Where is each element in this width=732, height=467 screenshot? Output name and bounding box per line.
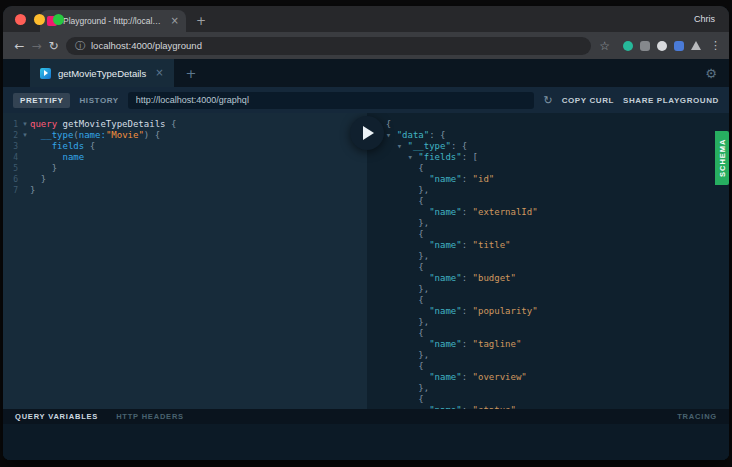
code-line: "name": "overview" [375, 372, 729, 383]
fold-gutter [20, 174, 30, 185]
code-line: "name": "externalId" [375, 207, 729, 218]
code-line: "name": "id" [375, 174, 729, 185]
extension-icon-1[interactable] [623, 41, 633, 51]
browser-window: Playground - http://localhost × + Chris … [3, 6, 729, 460]
code-line: 6 } [3, 174, 367, 185]
refresh-schema-icon[interactable]: ↻ [543, 95, 552, 106]
code-line: "name": "tagline" [375, 339, 729, 350]
endpoint-input[interactable] [128, 92, 535, 109]
line-number: 1 [3, 119, 18, 130]
code-line: }, [375, 350, 729, 361]
browser-menu-icon[interactable]: ⋮ [710, 40, 721, 51]
extension-icon-3[interactable] [657, 41, 667, 51]
fold-gutter [20, 185, 30, 196]
play-icon [363, 126, 374, 140]
code-line: 5 } [3, 163, 367, 174]
schema-side-tab[interactable]: SCHEMA [715, 131, 729, 185]
code-line: }, [375, 284, 729, 295]
extension-icon-5[interactable] [691, 41, 701, 50]
browser-tab-title: Playground - http://localhost [63, 16, 165, 26]
code-line: { [375, 295, 729, 306]
url-text: localhost:4000/playground [91, 40, 202, 51]
line-number: 6 [3, 174, 18, 185]
fold-gutter [20, 141, 30, 152]
code-line: { [375, 328, 729, 339]
extension-icon-2[interactable] [640, 41, 650, 51]
playground-tab-close-icon[interactable]: × [155, 68, 163, 78]
code-line: "name": "budget" [375, 273, 729, 284]
settings-gear-icon[interactable]: ⚙ [705, 59, 729, 87]
copy-curl-button[interactable]: COPY CURL [562, 96, 614, 105]
back-icon[interactable]: ← [11, 40, 28, 52]
tracing-tab[interactable]: TRACING [677, 412, 717, 421]
fold-gutter [20, 163, 30, 174]
playground-new-tab-button[interactable]: + [174, 59, 209, 87]
playground-bottombar: QUERY VARIABLES HTTP HEADERS TRACING [3, 409, 729, 424]
close-window-button[interactable] [15, 14, 26, 25]
code-line: { [375, 394, 729, 405]
code-line: ▾ "__type": { [375, 141, 729, 152]
code-line: }, [375, 383, 729, 394]
code-line: 7 } [3, 185, 367, 196]
bookmark-star-icon[interactable]: ☆ [599, 40, 610, 52]
code-line: ▾ "fields": [ [375, 152, 729, 163]
line-number: 2 [3, 130, 18, 141]
query-editor-pane[interactable]: 1▾query getMovieTypeDetails {2▾ __type(n… [3, 113, 367, 409]
playground-tab[interactable]: getMovieTypeDetails × [30, 59, 174, 87]
share-playground-button[interactable]: SHARE PLAYGROUND [623, 96, 719, 105]
line-number: 5 [3, 163, 18, 174]
code-line: { [375, 229, 729, 240]
fold-arrow-icon[interactable]: ▾ [20, 119, 30, 130]
code-line: 3 fields { [3, 141, 367, 152]
code-line: "name": "title" [375, 240, 729, 251]
code-line: }, [375, 185, 729, 196]
code-line: { [375, 196, 729, 207]
minimize-window-button[interactable] [34, 14, 45, 25]
address-bar[interactable]: ⓘ localhost:4000/playground [66, 37, 591, 55]
browser-new-tab-button[interactable]: + [196, 15, 206, 27]
fullscreen-window-button[interactable] [53, 14, 64, 25]
code-line: 4 name [3, 152, 367, 163]
playground-main: 1▾query getMovieTypeDetails {2▾ __type(n… [3, 113, 729, 409]
code-line: ▾ "data": { [375, 130, 729, 141]
playground-toolbar: PRETTIFY HISTORY ↻ COPY CURL SHARE PLAYG… [3, 87, 729, 113]
playground-tab-label: getMovieTypeDetails [58, 68, 146, 79]
code-line: "name": "status" [375, 405, 729, 409]
browser-toolbar: ← → ↻ ⓘ localhost:4000/playground ☆ ⋮ [3, 32, 729, 59]
site-info-icon[interactable]: ⓘ [75, 41, 85, 51]
reload-icon[interactable]: ↻ [45, 40, 62, 52]
response-pane[interactable]: ▾ { ▾ "data": { ▾ "__type": { ▾ "fields"… [367, 113, 729, 409]
code-line: 2▾ __type(name:"Movie") { [3, 130, 367, 141]
variables-panel[interactable] [3, 424, 729, 460]
code-line: }, [375, 251, 729, 262]
tab-close-icon[interactable]: × [171, 16, 179, 26]
playground-tabbar: getMovieTypeDetails × + ⚙ [3, 59, 729, 87]
code-line: }, [375, 317, 729, 328]
code-line: 1▾query getMovieTypeDetails { [3, 119, 367, 130]
code-line: "name": "popularity" [375, 306, 729, 317]
graphql-playground: getMovieTypeDetails × + ⚙ PRETTIFY HISTO… [3, 59, 729, 460]
fold-arrow-icon[interactable]: ▾ [20, 130, 30, 141]
forward-icon[interactable]: → [28, 40, 45, 52]
profile-name[interactable]: Chris [694, 14, 729, 24]
execute-button[interactable] [350, 116, 384, 150]
fold-gutter [20, 152, 30, 163]
line-number: 4 [3, 152, 18, 163]
extension-icon-4[interactable] [674, 41, 684, 51]
code-line: }, [375, 218, 729, 229]
code-line: { [375, 163, 729, 174]
code-line: { [375, 361, 729, 372]
line-number: 3 [3, 141, 18, 152]
browser-tabstrip: Playground - http://localhost × + Chris [3, 6, 729, 32]
prettify-button[interactable]: PRETTIFY [13, 93, 70, 108]
query-variables-tab[interactable]: QUERY VARIABLES [15, 412, 98, 421]
code-line: { [375, 262, 729, 273]
history-button[interactable]: HISTORY [79, 96, 118, 105]
code-line: ▾ { [375, 119, 729, 130]
line-number: 7 [3, 185, 18, 196]
http-headers-tab[interactable]: HTTP HEADERS [116, 412, 184, 421]
window-controls [15, 14, 64, 25]
playground-logo-icon [40, 68, 51, 79]
